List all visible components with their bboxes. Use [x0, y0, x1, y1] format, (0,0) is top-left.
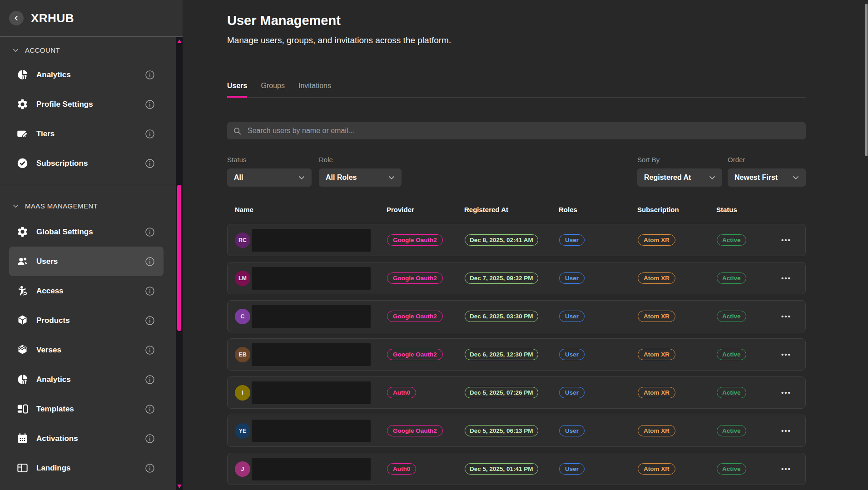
page-subtitle: Manage users, groups, and invitations ac… — [227, 35, 806, 46]
cube-icon — [16, 314, 29, 327]
role-badge: User — [559, 272, 585, 284]
sidebar-item[interactable]: Analytics — [9, 365, 164, 394]
status-select[interactable]: All — [227, 168, 312, 187]
gear-icon — [16, 98, 29, 110]
registered-at-badge: Dec 7, 2025, 09:32 PM — [465, 272, 538, 284]
row-menu-button[interactable]: ••• — [774, 351, 805, 358]
chevron-down-icon — [11, 46, 20, 54]
role-badge: User — [559, 234, 585, 246]
info-icon[interactable] — [144, 345, 155, 356]
scrollbar-up-arrow[interactable] — [177, 40, 182, 43]
info-icon[interactable] — [144, 463, 155, 474]
pie-chart-icon — [16, 69, 29, 81]
sidebar-item[interactable]: Profile Settings — [9, 89, 164, 119]
row-menu-button[interactable]: ••• — [774, 236, 805, 244]
order-select[interactable]: Newest First — [728, 168, 806, 187]
tab[interactable]: Users — [227, 81, 247, 98]
subscription-badge: Atom XR — [638, 463, 675, 475]
info-icon[interactable] — [144, 404, 155, 415]
brand-logo: XRHUB — [31, 11, 74, 25]
role-filter-label: Role — [319, 156, 402, 163]
sidebar-header: XRHUB — [0, 0, 183, 37]
info-icon[interactable] — [144, 158, 155, 169]
app-window: XRHUB ACCOUNT Analytics Profi — [0, 0, 868, 490]
table-row: LM Google Oauth2 Dec 7, 2025, 09:32 PM U… — [227, 262, 806, 294]
sidebar-nav: ACCOUNT Analytics Profile Settings — [0, 37, 176, 490]
section-header-maas-management[interactable]: MAAS MANAGEMENT — [0, 194, 176, 217]
sidebar-item-label: Tiers — [36, 129, 144, 139]
role-badge: User — [559, 349, 585, 360]
column-header-subscription: Subscription — [630, 206, 709, 214]
info-icon[interactable] — [144, 315, 155, 326]
sidebar-item[interactable]: Access — [9, 276, 164, 306]
window-scrollbar[interactable] — [864, 0, 868, 490]
main-panel: User Management Manage users, groups, an… — [183, 0, 868, 490]
info-icon[interactable] — [144, 99, 155, 110]
chevron-down-icon — [791, 173, 800, 182]
sidebar-item[interactable]: Analytics — [9, 60, 164, 89]
section-header-account[interactable]: ACCOUNT — [0, 40, 176, 60]
row-menu-button[interactable]: ••• — [774, 465, 805, 473]
row-menu-button[interactable]: ••• — [774, 427, 805, 435]
info-icon[interactable] — [144, 433, 155, 444]
info-icon[interactable] — [144, 69, 155, 80]
sidebar-item-label: Global Settings — [36, 228, 144, 237]
sidebar: XRHUB ACCOUNT Analytics Profi — [0, 0, 183, 490]
info-icon[interactable] — [144, 227, 155, 238]
sidebar-item-label: Verses — [36, 346, 144, 355]
sidebar-item-label: Analytics — [36, 375, 144, 384]
sidebar-item[interactable]: Templates — [9, 394, 164, 424]
sort-by-select[interactable]: Registered At — [637, 168, 722, 187]
role-badge: User — [559, 463, 585, 475]
sidebar-item[interactable]: Global Settings — [9, 217, 164, 247]
role-select[interactable]: All Roles — [319, 168, 402, 187]
sidebar-item[interactable]: Users — [9, 247, 164, 276]
section-label: MAAS MANAGEMENT — [25, 202, 98, 210]
sidebar-item[interactable]: Activations — [9, 424, 164, 453]
status-filter: Status All — [227, 156, 312, 187]
search-input[interactable] — [247, 126, 800, 135]
scrollbar-down-arrow[interactable] — [177, 485, 182, 488]
status-select-value: All — [234, 173, 243, 182]
sidebar-item-label: Access — [36, 287, 144, 296]
sidebar-item[interactable]: Products — [9, 306, 164, 335]
info-icon[interactable] — [144, 129, 155, 139]
sort-by-filter: Sort By Registered At — [637, 156, 722, 187]
avatar: I — [235, 385, 250, 401]
subscription-badge: Atom XR — [638, 272, 675, 284]
window-scrollbar-thumb[interactable] — [865, 4, 868, 156]
sidebar-item[interactable]: Verses — [9, 335, 164, 365]
tab[interactable]: Invitations — [298, 81, 331, 98]
sidebar-item-label: Analytics — [36, 70, 144, 79]
tab[interactable]: Groups — [261, 81, 284, 98]
sidebar-scrollbar[interactable] — [176, 37, 183, 490]
row-menu-button[interactable]: ••• — [774, 274, 805, 282]
sidebar-item[interactable]: Landings — [9, 453, 164, 483]
row-menu-button[interactable]: ••• — [774, 312, 805, 320]
order-select-value: Newest First — [734, 173, 778, 182]
row-menu-button[interactable]: ••• — [774, 389, 805, 396]
role-badge: User — [559, 425, 585, 436]
redacted-name-box — [252, 267, 371, 290]
status-badge: Active — [717, 425, 746, 436]
info-icon[interactable] — [144, 256, 155, 267]
filter-row: Status All Role All Roles — [227, 156, 806, 187]
scrollbar-thumb[interactable] — [177, 185, 181, 331]
verses-icon — [16, 344, 29, 356]
provider-badge: Google Oauth2 — [387, 272, 443, 284]
table-row: EB Google Oauth2 Dec 6, 2025, 12:30 PM U… — [227, 338, 806, 371]
chevron-down-icon — [11, 202, 20, 210]
order-filter-label: Order — [728, 156, 806, 163]
role-badge: User — [559, 311, 585, 322]
info-icon[interactable] — [144, 286, 155, 297]
user-table: RC Google Oauth2 Dec 8, 2025, 02:41 AM U… — [227, 224, 806, 485]
sidebar-item[interactable]: Tiers — [9, 119, 164, 148]
redacted-name-box — [252, 229, 371, 252]
name-cell: C — [228, 305, 379, 328]
collapse-sidebar-button[interactable] — [9, 11, 24, 25]
person-check-icon — [16, 285, 29, 297]
registered-at-badge: Dec 6, 2025, 12:30 PM — [465, 349, 538, 360]
info-icon[interactable] — [144, 374, 155, 385]
avatar: EB — [235, 347, 250, 362]
sidebar-item[interactable]: Subscriptions — [9, 148, 164, 178]
